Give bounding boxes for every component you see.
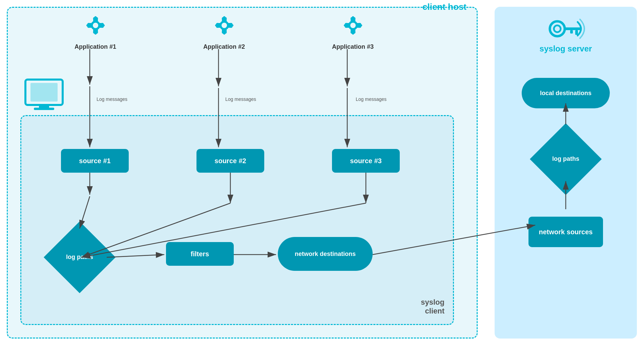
syslog-server-label: syslog server bbox=[540, 44, 592, 53]
log-paths-client-diamond bbox=[44, 221, 116, 293]
syslog-client-label: syslogclient bbox=[421, 298, 444, 316]
svg-rect-7 bbox=[39, 105, 49, 108]
svg-rect-3 bbox=[575, 30, 578, 35]
syslog-server-icon bbox=[545, 15, 586, 42]
log-msg-1: Log messages bbox=[97, 96, 127, 102]
log-paths-server-wrap: log paths bbox=[539, 132, 593, 186]
network-destinations-box: network destinations bbox=[278, 237, 373, 271]
svg-point-20 bbox=[222, 23, 227, 28]
network-destinations-label: network destinations bbox=[295, 251, 356, 258]
monitor-icon bbox=[24, 78, 64, 112]
log-paths-client-wrap: log paths bbox=[53, 230, 107, 284]
syslog-client-box: syslogclient bbox=[20, 115, 454, 325]
app3-block: Application #3 bbox=[332, 10, 374, 50]
app3-gear-icon bbox=[338, 10, 368, 41]
svg-point-10 bbox=[93, 23, 98, 28]
filters-box: filters bbox=[166, 242, 234, 266]
network-sources-box: network sources bbox=[528, 217, 603, 247]
svg-rect-2 bbox=[564, 27, 581, 30]
source3-label: source #3 bbox=[350, 157, 381, 165]
log-msg-2: Log messages bbox=[225, 96, 256, 102]
app1-block: Application #1 bbox=[75, 10, 116, 50]
local-destinations-box: local destinations bbox=[522, 78, 610, 108]
app1-gear-icon bbox=[80, 10, 111, 41]
svg-rect-4 bbox=[570, 30, 573, 34]
filters-label: filters bbox=[191, 250, 209, 258]
client-host-label: client host bbox=[422, 2, 466, 12]
source3-box: source #3 bbox=[332, 149, 400, 173]
svg-rect-6 bbox=[30, 83, 58, 102]
syslog-server-box: syslog server local destinations log pat… bbox=[495, 7, 637, 339]
source2-box: source #2 bbox=[196, 149, 264, 173]
app2-block: Application #2 bbox=[203, 10, 245, 50]
local-destinations-label: local destinations bbox=[540, 90, 591, 97]
source2-label: source #2 bbox=[214, 157, 246, 165]
svg-rect-8 bbox=[34, 108, 54, 110]
log-paths-server-diamond bbox=[530, 123, 602, 195]
app2-label: Application #2 bbox=[203, 43, 245, 50]
log-msg-3: Log messages bbox=[356, 96, 387, 102]
diagram-wrapper: client host syslog server local destinat… bbox=[0, 0, 644, 347]
network-sources-label: network sources bbox=[539, 228, 593, 236]
svg-point-30 bbox=[350, 23, 356, 28]
svg-point-0 bbox=[550, 21, 565, 36]
source1-label: source #1 bbox=[79, 157, 110, 165]
app1-label: Application #1 bbox=[75, 43, 116, 50]
source1-box: source #1 bbox=[61, 149, 129, 173]
svg-point-1 bbox=[554, 25, 561, 32]
app3-label: Application #3 bbox=[332, 43, 374, 50]
app2-gear-icon bbox=[209, 10, 240, 41]
